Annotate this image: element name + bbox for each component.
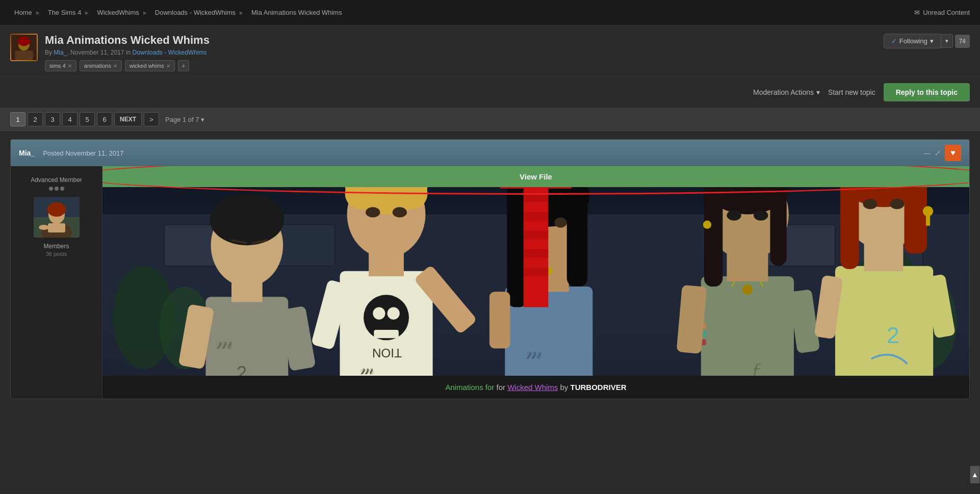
svg-rect-99	[905, 187, 927, 253]
page-button-3[interactable]: 3	[45, 112, 60, 126]
scroll-to-top-button[interactable]: ▲	[970, 465, 980, 484]
check-icon: ✓	[891, 37, 897, 45]
following-count: 74	[955, 35, 970, 48]
post-sidebar: Advanced Member	[11, 166, 102, 399]
minimize-icon[interactable]: —	[923, 149, 931, 157]
tag-sims4[interactable]: sims 4 ✕	[45, 60, 76, 71]
svg-rect-9	[48, 223, 65, 232]
svg-rect-69	[524, 231, 549, 239]
pagination-bar: 1 2 3 4 5 6 NEXT > Page 1 of 7 ▾	[0, 108, 980, 131]
breadcrumb-right: ✉ Unread Content	[914, 9, 970, 16]
svg-point-76	[742, 284, 753, 295]
svg-point-88	[754, 210, 768, 220]
breadcrumb: Home The Sims 4 WickedWhims Downloads - …	[10, 9, 346, 16]
post-body: Advanced Member	[11, 166, 969, 399]
moderation-actions-button[interactable]: Moderation Actions ▾	[753, 88, 820, 96]
for-label: for	[496, 383, 505, 392]
svg-point-103	[890, 199, 904, 209]
tag-sims4-remove[interactable]: ✕	[68, 63, 72, 69]
expand-icon[interactable]: ⤢	[935, 149, 941, 157]
svg-text:𝓂: 𝓂	[360, 359, 374, 376]
post-header-right: — ⤢ ♥	[923, 145, 961, 161]
heart-button[interactable]: ♥	[945, 145, 961, 161]
dot-1	[49, 187, 53, 191]
post-date: Posted November 11, 2017	[43, 149, 123, 157]
svg-point-29	[210, 194, 284, 245]
breadcrumb-thesims4[interactable]: The Sims 4	[44, 9, 93, 16]
topic-header-left: Mia Animations Wicked Whims By Mia_, Nov…	[10, 34, 210, 71]
next-arrow-button[interactable]: >	[144, 112, 159, 126]
svg-text:𝓂: 𝓂	[216, 330, 234, 353]
svg-rect-68	[524, 212, 549, 220]
reply-to-topic-button[interactable]: Reply to this topic	[884, 83, 970, 101]
post-author-name[interactable]: Mia_	[19, 149, 35, 157]
svg-text:2: 2	[237, 362, 247, 376]
page-button-6[interactable]: 6	[97, 112, 112, 126]
svg-rect-67	[524, 194, 549, 202]
page-of-label[interactable]: Page 1 of 7 ▾	[165, 116, 204, 123]
chevron-down-icon: ▾	[930, 37, 934, 45]
breadcrumb-home[interactable]: Home	[10, 9, 44, 16]
envelope-icon: ✉	[914, 9, 920, 16]
svg-rect-59	[567, 187, 587, 287]
topic-avatar	[10, 34, 38, 61]
dot-2	[55, 187, 59, 191]
svg-rect-84	[704, 187, 723, 287]
svg-point-61	[554, 218, 566, 228]
svg-point-10	[39, 225, 49, 230]
page-button-5[interactable]: 5	[80, 112, 95, 126]
tag-wickedwhims[interactable]: wicked whims ✕	[125, 60, 175, 71]
dot-3	[60, 187, 64, 191]
topic-title-area: Mia Animations Wicked Whims By Mia_, Nov…	[45, 34, 210, 71]
page-button-4[interactable]: 4	[62, 112, 78, 126]
svg-text:TION: TION	[372, 346, 402, 360]
tag-add-button[interactable]: +	[178, 60, 189, 71]
view-file-button[interactable]: View File	[102, 166, 969, 187]
member-role: Members	[43, 243, 69, 250]
topic-meta: By Mia_, November 11, 2017 in Downloads …	[45, 49, 210, 56]
member-rank: Advanced Member	[31, 176, 82, 184]
by-label: by	[560, 383, 569, 392]
svg-rect-2	[15, 50, 33, 60]
tag-wickedwhims-remove[interactable]: ✕	[166, 63, 170, 69]
post-footer-text: Animations for for Wicked Whims by TURBO…	[102, 376, 969, 399]
svg-rect-70	[524, 249, 549, 257]
svg-point-100	[923, 206, 933, 216]
svg-rect-98	[840, 187, 859, 269]
svg-point-48	[393, 207, 407, 217]
following-button[interactable]: ✓ Following ▾	[884, 34, 941, 48]
unread-content-link[interactable]: Unread Content	[923, 9, 970, 16]
svg-point-102	[863, 199, 878, 209]
topic-header-right: ✓ Following ▾ ▾ 74	[884, 34, 970, 48]
topic-tags: sims 4 ✕ animations ✕ wicked whims ✕ +	[45, 60, 210, 71]
wicked-whims-link[interactable]: Wicked Whims	[507, 383, 558, 392]
breadcrumb-downloads[interactable]: Downloads - WickedWhims	[151, 9, 247, 16]
svg-text:𝓂: 𝓂	[526, 340, 543, 363]
action-bar: Moderation Actions ▾ Start new topic Rep…	[0, 77, 980, 108]
member-dots	[49, 187, 64, 191]
svg-point-3	[18, 37, 30, 46]
svg-point-86	[703, 221, 711, 229]
view-file-area: View File	[102, 166, 969, 187]
topic-category-link[interactable]: Downloads - WickedWhims	[132, 49, 207, 56]
svg-point-8	[47, 202, 66, 217]
member-posts: 36 posts	[46, 251, 67, 257]
next-page-button[interactable]: NEXT	[114, 112, 142, 126]
start-new-topic-button[interactable]: Start new topic	[828, 88, 875, 96]
svg-rect-40	[374, 330, 399, 338]
member-avatar	[34, 197, 80, 238]
sims-banner-image: 𝓂 2	[102, 187, 969, 376]
post-content: View File	[102, 166, 969, 399]
topic-header: Mia Animations Wicked Whims By Mia_, Nov…	[0, 25, 980, 77]
tag-animations[interactable]: animations ✕	[80, 60, 122, 71]
page-button-1[interactable]: 1	[10, 112, 25, 126]
breadcrumb-wickedwhims[interactable]: WickedWhims	[93, 9, 150, 16]
topic-author-link[interactable]: Mia_	[54, 49, 67, 56]
tag-animations-remove[interactable]: ✕	[113, 63, 117, 69]
post-container: Mia_ Posted November 11, 2017 — ⤢ ♥ Adva…	[10, 139, 970, 399]
animations-label: Animations for	[445, 383, 494, 392]
page-button-2[interactable]: 2	[28, 112, 43, 126]
svg-marker-72	[500, 187, 572, 189]
svg-rect-66	[524, 187, 549, 307]
following-dropdown-toggle[interactable]: ▾	[941, 34, 953, 48]
